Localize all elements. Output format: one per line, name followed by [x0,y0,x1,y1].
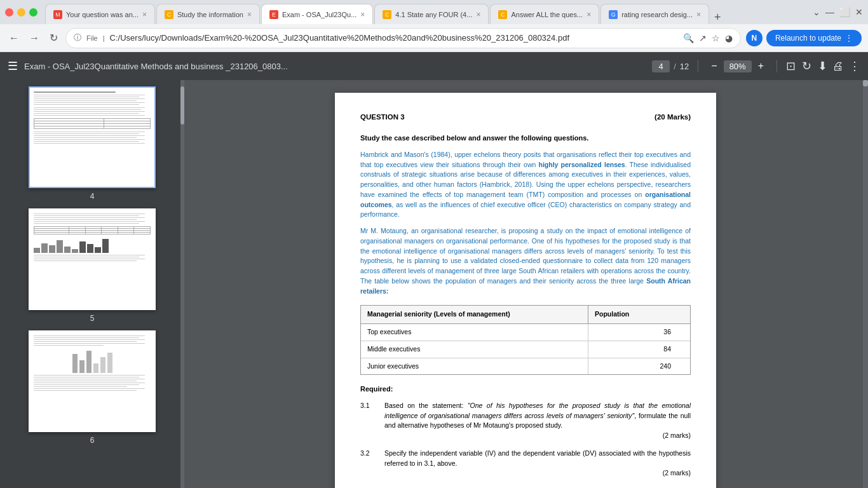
paragraph-1: Hambrick and Mason's (1984), upper echel… [360,150,691,220]
paragraph-2: Mr M. Motaung, an organisational researc… [360,226,691,296]
share-icon[interactable]: ↗ [699,33,707,43]
thumbnail-5[interactable]: 5 [6,208,178,323]
tab-favicon-5: C [498,10,507,19]
pdf-toolbar: ☰ Exam - OSA_Jul23Quantitative Methods a… [0,52,868,80]
file-label: File [86,34,98,42]
thumbnails-panel: 4 [0,80,184,488]
reload-button[interactable]: ↻ [47,29,60,46]
question-3-1: 3.1 Based on the statement: "One of his … [360,401,691,441]
tab-close-4[interactable]: × [476,10,480,19]
zoom-in-button[interactable]: + [754,59,768,73]
address-separator: | [103,34,105,42]
relaunch-button[interactable]: Relaunch to update ⋮ [766,30,862,46]
thumb-num-4: 4 [90,192,95,201]
relaunch-label: Relaunch to update [775,34,841,43]
q-marks-3-1: (2 marks) [384,431,691,441]
population-middle: 84 [588,341,690,358]
tab-close-3[interactable]: × [360,10,365,19]
tab-close-2[interactable]: × [247,10,252,19]
kebab-icon: ⋮ [845,34,853,43]
more-options-button[interactable]: ⋮ [849,59,860,73]
thumbnail-4[interactable]: 4 [6,86,178,201]
toolbar-divider [698,60,698,72]
population-top: 36 [588,324,690,341]
minimize-icon[interactable]: — [825,7,834,17]
browser-tab-4[interactable]: C 4.1 State any FOUR (4... × [374,4,489,24]
tab-list-icon[interactable]: ⌄ [813,7,820,17]
required-label: Required: [360,384,691,395]
close-icon[interactable]: ✕ [855,7,863,17]
tab-favicon-4: C [383,10,391,19]
tab-close-5[interactable]: × [587,10,591,19]
tab-favicon-6: G [609,10,618,19]
total-pages: 12 [680,62,689,71]
profile-button[interactable]: N [746,30,763,46]
thumb-num-5: 5 [90,314,95,323]
zoom-input[interactable] [724,60,752,72]
restore-icon[interactable]: ⬜ [839,7,850,17]
bookmark-icon[interactable]: ☆ [712,33,720,43]
tab-favicon-3: E [269,10,278,19]
tabs-bar: M Your question was an... × C Study the … [45,0,805,24]
address-input[interactable] [110,33,678,43]
back-button[interactable]: ← [6,30,22,46]
browser-tab-3[interactable]: E Exam - OSA_Jul23Qu... × [261,4,373,24]
tab-favicon-2: C [165,10,173,19]
tab-label-5: Answer ALL the ques... [511,11,583,18]
search-icon[interactable]: 🔍 [683,33,694,43]
tab-label-2: Study the information [177,11,243,18]
page-content: QUESTION 3 (20 Marks) Study the case des… [335,93,716,488]
population-junior: 240 [588,358,690,375]
browser-titlebar: M Your question was an... × C Study the … [0,0,868,24]
page-number-input[interactable] [652,60,670,72]
pdf-main: 4 [0,80,868,488]
chrome-icon[interactable]: ◕ [725,33,733,43]
address-bar-row: ← → ↻ ⓘ File | 🔍 ↗ ☆ ◕ N Relaunch to upd… [0,24,868,52]
pdf-menu-button[interactable]: ☰ [8,59,18,73]
study-case-intro: Study the case described below and answe… [360,133,691,144]
tab-label-3: Exam - OSA_Jul23Qu... [282,11,356,18]
address-bar[interactable]: ⓘ File | 🔍 ↗ ☆ ◕ [65,28,741,48]
download-button[interactable]: ⬇ [818,59,827,73]
browser-tab-2[interactable]: C Study the information × [156,4,260,24]
document-scrollbar-handle[interactable] [863,80,868,86]
table-row-top-executives: Top executives 36 [361,324,690,341]
browser-tab-5[interactable]: C Answer ALL the ques... × [490,4,599,24]
close-window-button[interactable] [5,8,13,17]
browser-tab-6[interactable]: G rating research desig... × [600,4,709,24]
zoom-controls: − + [707,59,768,73]
col-population-header: Population [588,306,690,324]
para2-text: Mr M. Motaung, an organisational researc… [360,227,691,295]
browser-tab-1[interactable]: M Your question was an... × [45,4,155,24]
seniority-middle: Middle executives [361,341,588,358]
document-scrollbar[interactable] [863,80,868,488]
tab-close-1[interactable]: × [142,10,147,19]
fit-page-button[interactable]: ⊡ [786,59,796,73]
q-text-3-1: Based on the statement: "One of his hypo… [384,401,691,441]
page-separator: / [674,62,676,71]
thumb-image-6 [29,330,156,432]
question-number: QUESTION 3 [360,112,405,123]
seniority-table: Managerial seniority (Levels of manageme… [360,305,691,375]
q-num-3-1: 3.1 [360,401,378,441]
thumb-image-5 [29,208,156,310]
table-row-middle-executives: Middle executives 84 [361,341,690,358]
thumbnail-6[interactable]: 6 [6,330,178,445]
table-row-junior-executives: Junior executives 240 [361,358,690,375]
document-area[interactable]: QUESTION 3 (20 Marks) Study the case des… [188,80,863,488]
tab-label-6: rating research desig... [621,11,693,18]
print-button[interactable]: 🖨 [832,60,844,73]
minimize-window-button[interactable] [17,8,25,17]
para1-text: Hambrick and Mason's (1984), upper echel… [360,151,691,219]
panel-resize-handle[interactable] [184,80,188,488]
tab-close-6[interactable]: × [696,10,701,19]
forward-button[interactable]: → [27,30,42,46]
thumb-num-6: 6 [90,436,95,445]
toolbar-icons: N Relaunch to update ⋮ [746,30,862,46]
pdf-title: Exam - OSA_Jul23Quantitative Methods and… [24,62,646,71]
maximize-window-button[interactable] [29,8,37,17]
new-tab-button[interactable]: + [710,11,725,24]
page-info-icon: ⓘ [74,32,81,43]
rotate-button[interactable]: ↻ [802,59,811,73]
zoom-out-button[interactable]: − [707,59,721,73]
